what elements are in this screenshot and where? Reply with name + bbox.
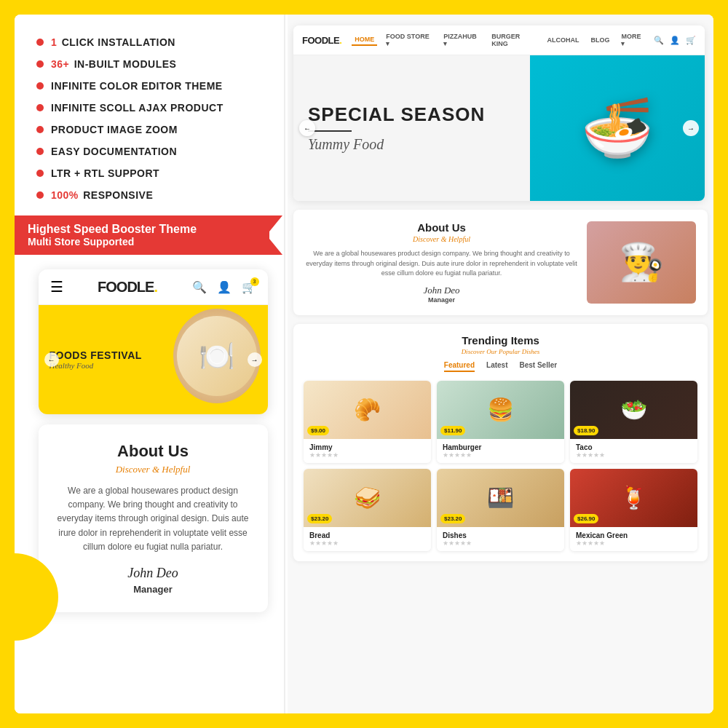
trending-subtitle: Discover Our Popular Dishes — [304, 348, 697, 355]
products-grid: 🥐 $9.00 Jimmy ★★★★★ 🍔 $11.90 — [304, 381, 697, 551]
tab-featured[interactable]: Featured — [444, 361, 475, 372]
feature-item-8: 100% RESPONSIVE — [36, 189, 269, 201]
product-card-bread[interactable]: 🥪 $23.20 Bread ★★★★★ — [304, 469, 431, 551]
nav-burger-king[interactable]: BURGER KING — [488, 31, 538, 49]
bullet-icon — [36, 60, 44, 68]
trending-section: Trending Items Discover Our Popular Dish… — [293, 324, 708, 561]
price-badge-bread: $23.20 — [307, 514, 332, 523]
desktop-about-title: About Us — [305, 221, 578, 234]
mobile-mockup: ☰ FOODLE. 🔍 👤 🛒3 ← FOODS FESTIVAL Health… — [39, 269, 268, 414]
price-badge-jimmy: $9.00 — [307, 426, 329, 435]
search-icon[interactable]: 🔍 — [192, 280, 207, 294]
product-card-mexican[interactable]: 🍹 $26.90 Mexican Green ★★★★★ — [570, 469, 697, 551]
nav-alcohal[interactable]: ALCOHAL — [544, 35, 582, 45]
bowl-emoji: 🍜 — [581, 94, 654, 162]
desktop-user-icon[interactable]: 👤 — [670, 36, 680, 45]
speed-booster-banner: Highest Speed Booster Theme Multi Store … — [15, 215, 269, 255]
outer-wrapper: 1 CLICK INSTALLATION 36+ IN-BUILT MODULE… — [0, 0, 728, 728]
mobile-hero-text: FOODS FESTIVAL Healthy Food — [50, 349, 142, 370]
product-name-mexican: Mexican Green — [576, 531, 692, 539]
product-stars-bread: ★★★★★ — [309, 539, 425, 547]
desktop-hero: ← SPECIAL SEASON Yummy Food 🍜 → — [293, 55, 705, 201]
cart-icon[interactable]: 🛒3 — [242, 280, 256, 294]
nav-home[interactable]: HOME — [352, 34, 377, 46]
product-card-taco[interactable]: 🥗 $18.90 Taco ★★★★★ — [570, 381, 697, 463]
desktop-cart-icon[interactable]: 🛒 — [686, 36, 696, 45]
tab-best-seller[interactable]: Best Seller — [519, 361, 557, 372]
product-stars-jimmy: ★★★★★ — [309, 451, 425, 459]
nav-blog[interactable]: BLOG — [587, 35, 612, 45]
user-icon[interactable]: 👤 — [217, 280, 232, 294]
food-bowl-image: 🍜 — [530, 55, 705, 201]
feature-item-4: INFINITE SCOLL AJAX PRODUCT — [36, 102, 269, 114]
next-slide-button[interactable]: → — [248, 352, 262, 367]
hamburger-icon[interactable]: ☰ — [50, 278, 63, 296]
product-name-dishes: Dishes — [443, 531, 558, 539]
feature-item-2: 36+ IN-BUILT MODULES — [36, 58, 269, 70]
product-name-jimmy: Jimmy — [309, 443, 425, 451]
product-info-jimmy: Jimmy ★★★★★ — [304, 439, 431, 463]
nav-more[interactable]: MORE ▾ — [618, 31, 648, 49]
bullet-icon — [36, 191, 44, 199]
hero-left: ← SPECIAL SEASON Yummy Food — [293, 55, 530, 201]
price-badge-taco: $18.90 — [574, 426, 598, 435]
role-label: Manager — [53, 584, 253, 595]
bullet-icon — [36, 148, 44, 155]
product-card-hamburger[interactable]: 🍔 $11.90 Hamburger ★★★★★ — [437, 381, 564, 463]
product-image-jimmy: 🥐 $9.00 — [304, 381, 431, 439]
inner-bg: 1 CLICK INSTALLATION 36+ IN-BUILT MODULE… — [15, 15, 713, 713]
hero-next-button[interactable]: → — [683, 120, 699, 136]
desktop-about-section: About Us Discover & Helpful We are a glo… — [293, 210, 708, 315]
price-badge-mexican: $26.90 — [574, 514, 598, 523]
trending-title: Trending Items — [304, 334, 697, 347]
product-name-taco: Taco — [576, 443, 692, 451]
food-image: 🍽️ — [177, 316, 257, 396]
tab-latest[interactable]: Latest — [486, 361, 507, 372]
hero-prev-button[interactable]: ← — [299, 120, 315, 136]
price-badge-dishes: $23.20 — [440, 514, 465, 523]
product-name-bread: Bread — [309, 531, 425, 539]
right-panel: FOODLE. HOME FOOD STORE ▾ PIZZAHUB ▾ BUR… — [288, 15, 713, 713]
product-image-hamburger: 🍔 $11.90 — [437, 381, 564, 439]
hero-yummy-text: Yummy Food — [308, 136, 515, 153]
product-info-mexican: Mexican Green ★★★★★ — [570, 527, 697, 551]
feature-item-3: INFINITE COLOR EDITOR THEME — [36, 80, 269, 92]
product-info-taco: Taco ★★★★★ — [570, 439, 697, 463]
product-info-bread: Bread ★★★★★ — [304, 527, 431, 551]
feature-list: 1 CLICK INSTALLATION 36+ IN-BUILT MODULE… — [36, 36, 269, 201]
nav-pizzahub[interactable]: PIZZAHUB ▾ — [440, 31, 483, 49]
product-card-dishes[interactable]: 🍱 $23.20 Dishes ★★★★★ — [437, 469, 564, 551]
desktop-search-icon[interactable]: 🔍 — [654, 36, 664, 45]
desktop-about-subtitle: Discover & Helpful — [305, 235, 578, 243]
feature-item-6: EASY DOCUMENTATION — [36, 146, 269, 157]
bullet-icon — [36, 39, 44, 46]
left-panel: 1 CLICK INSTALLATION 36+ IN-BUILT MODULE… — [15, 15, 284, 713]
mobile-logo: FOODLE. — [98, 279, 157, 296]
product-card-jimmy[interactable]: 🥐 $9.00 Jimmy ★★★★★ — [304, 381, 431, 463]
bullet-icon — [36, 104, 44, 111]
product-image-taco: 🥗 $18.90 — [570, 381, 697, 439]
product-info-dishes: Dishes ★★★★★ — [437, 527, 564, 551]
product-image-mexican: 🍹 $26.90 — [570, 469, 697, 527]
mobile-nav-icons: 🔍 👤 🛒3 — [192, 280, 256, 294]
hero-special-text: SPECIAL SEASON — [308, 103, 515, 126]
nav-food-store[interactable]: FOOD STORE ▾ — [383, 31, 435, 49]
product-image-bread: 🥪 $23.20 — [304, 469, 431, 527]
product-stars-mexican: ★★★★★ — [576, 539, 692, 547]
trending-tabs: Featured Latest Best Seller — [304, 361, 697, 372]
desktop-navbar: FOODLE. HOME FOOD STORE ▾ PIZZAHUB ▾ BUR… — [293, 25, 705, 55]
panel-divider — [284, 15, 285, 713]
product-image-dishes: 🍱 $23.20 — [437, 469, 564, 527]
product-stars-dishes: ★★★★★ — [443, 539, 558, 547]
bullet-icon — [36, 170, 44, 177]
product-stars-hamburger: ★★★★★ — [443, 451, 558, 459]
mobile-header: ☰ FOODLE. 🔍 👤 🛒3 — [39, 269, 268, 305]
desktop-about-body: We are a global housewares product desig… — [305, 249, 578, 279]
about-body: We are a global housewares product desig… — [53, 484, 253, 554]
price-badge-hamburger: $11.90 — [440, 426, 465, 435]
hero-right: 🍜 → — [530, 55, 705, 201]
bullet-icon — [36, 82, 44, 90]
about-card-mobile: About Us Discover & Helpful We are a glo… — [39, 424, 268, 612]
mobile-hero: ← FOODS FESTIVAL Healthy Food 🍽️ → — [39, 305, 268, 414]
prev-slide-button[interactable]: ← — [44, 352, 59, 367]
